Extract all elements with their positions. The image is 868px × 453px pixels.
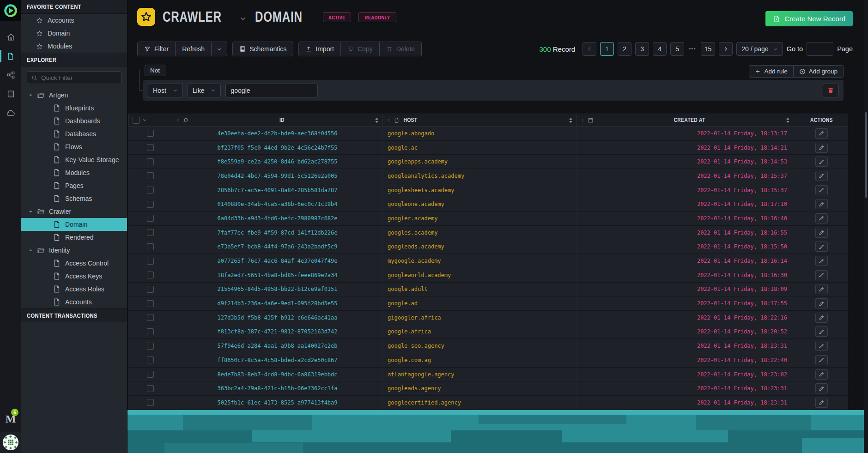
row-checkbox[interactable] (147, 187, 154, 193)
chevron-down-icon[interactable] (239, 15, 247, 22)
row-checkbox[interactable] (147, 172, 154, 179)
refresh-dropdown-button[interactable] (212, 42, 227, 56)
row-checkbox[interactable] (147, 272, 154, 278)
edit-record-button[interactable] (815, 143, 828, 153)
edit-record-button[interactable] (815, 242, 828, 252)
table-row[interactable]: 5025fb1c-61ec-4173-8525-a977413f4ba9goog… (128, 396, 848, 410)
table-row[interactable]: 6a04d33b-a943-4fd6-befc-7980987c682egoog… (128, 211, 848, 226)
tree-item-access-keys[interactable]: Access Keys (21, 270, 127, 283)
tree-folder-artgen[interactable]: Artgen (21, 89, 127, 102)
chevron-left-icon[interactable] (387, 118, 391, 122)
row-checkbox[interactable] (147, 371, 154, 378)
tree-item-flows[interactable]: Flows (21, 140, 127, 153)
row-checkbox[interactable] (147, 243, 154, 250)
last-page-button[interactable]: 15 (701, 42, 716, 56)
row-checkbox[interactable] (147, 144, 154, 151)
tree-item-schemas[interactable]: Schemas (21, 192, 127, 205)
window-scrollbar[interactable] (864, 0, 868, 453)
edit-record-button[interactable] (815, 383, 828, 393)
delete-rule-button[interactable] (823, 84, 839, 97)
page-button-3[interactable]: 3 (635, 42, 649, 56)
row-checkbox[interactable] (147, 158, 154, 165)
rail-item-network[interactable] (0, 66, 21, 85)
add-rule-button[interactable]: Add rule (749, 65, 793, 78)
table-row[interactable]: 0140880e-34ab-4ca5-a38b-6ec0c71c19b4goog… (128, 197, 848, 211)
tree-folder-identity[interactable]: Identity (21, 244, 127, 257)
table-row[interactable]: 78e04d42-4bc7-4594-99d1-5c5126e2a005goog… (128, 169, 848, 183)
rule-field-select[interactable]: Host (148, 84, 183, 97)
edit-record-button[interactable] (815, 398, 828, 408)
rule-operator-select[interactable]: Like (188, 84, 221, 97)
quick-filter[interactable] (27, 71, 121, 84)
tree-item-modules[interactable]: Modules (21, 166, 127, 179)
tree-item-rendered[interactable]: Rendered (21, 231, 127, 244)
favorite-item-domain[interactable]: Domain (21, 27, 127, 40)
edit-record-button[interactable] (815, 341, 828, 351)
favorite-toggle-button[interactable] (137, 8, 155, 26)
copy-button[interactable]: Copy (341, 42, 380, 56)
tree-item-domain[interactable]: Domain (21, 218, 127, 231)
edit-record-button[interactable] (815, 228, 828, 238)
filter-button[interactable]: Filter (137, 42, 176, 56)
scrollbar-thumb[interactable] (865, 112, 867, 198)
host-column-header[interactable]: HOST (383, 114, 577, 126)
row-checkbox[interactable] (147, 356, 154, 363)
edit-record-button[interactable] (815, 355, 828, 365)
row-checkbox[interactable] (147, 201, 154, 208)
row-checkbox[interactable] (147, 229, 154, 236)
account-identicon[interactable] (0, 432, 21, 453)
sort-icon[interactable] (375, 117, 379, 123)
tree-item-blueprints[interactable]: Blueprints (21, 102, 127, 115)
table-row[interactable]: a077265f-76c7-4ac6-84af-4e37e047f49emygo… (128, 254, 848, 268)
table-row[interactable]: 363bc2a4-79a8-421c-b15b-06e7362cc1fagoog… (128, 381, 848, 396)
row-checkbox[interactable] (147, 328, 154, 335)
rail-item-cloud[interactable] (0, 103, 21, 122)
table-row[interactable]: bf237f05-f5c0-44ed-9b2e-4c56c24b7f55goog… (128, 141, 848, 155)
tree-item-pages[interactable]: Pages (21, 179, 127, 192)
edit-record-button[interactable] (815, 369, 828, 380)
edit-record-button[interactable] (815, 256, 828, 266)
table-row[interactable]: f813cf8a-387c-4721-9812-87052163d742goog… (128, 325, 848, 339)
edit-record-button[interactable] (815, 171, 828, 181)
delete-button[interactable]: Delete (380, 42, 422, 56)
tree-item-key-value-storage[interactable]: Key-Value Storage (21, 153, 127, 166)
table-row[interactable]: 4e30eefa-dee2-4f2b-bde9-aec368f04556goog… (128, 127, 848, 141)
table-row[interactable]: e73a5ef7-bcb8-44f4-97a6-243a2badf5c9goog… (128, 240, 848, 254)
quick-filter-input[interactable] (41, 74, 123, 81)
prev-page-button[interactable] (583, 42, 596, 56)
schemantics-button[interactable]: Schemantics (232, 42, 293, 56)
row-checkbox[interactable] (147, 343, 154, 350)
user-avatar-m[interactable]: M 5 (0, 406, 21, 432)
rail-item-server[interactable] (0, 85, 21, 103)
table-row[interactable]: 7faf77ec-fbe9-4f59-87cd-141f12db226egoog… (128, 226, 848, 240)
favorite-item-modules[interactable]: Modules (21, 40, 127, 53)
breadcrumb-parent[interactable]: CRAWLER (163, 9, 222, 25)
table-row[interactable]: 57f94e6d-a284-4aa1-a9b8-aa140027e2ebgoog… (128, 339, 848, 353)
tree-item-databases[interactable]: Databases (21, 127, 127, 140)
row-checkbox[interactable] (147, 399, 154, 406)
sort-icon[interactable] (786, 117, 790, 123)
table-row[interactable]: 18fa2ed7-5651-4ba8-bd85-feee869e2a34goog… (128, 268, 848, 283)
tree-item-dashboards[interactable]: Dashboards (21, 115, 127, 127)
page-button-1[interactable]: 1 (600, 42, 614, 56)
refresh-button[interactable]: Refresh (176, 42, 212, 56)
tree-item-access-roles[interactable]: Access Roles (21, 283, 127, 296)
table-row[interactable]: 21554965-84d5-4958-bb22-b12ce9af0151goog… (128, 283, 848, 297)
page-button-4[interactable]: 4 (653, 42, 667, 56)
tree-item-accounts[interactable]: Accounts (21, 296, 127, 308)
edit-record-button[interactable] (815, 199, 828, 209)
row-checkbox[interactable] (147, 130, 154, 137)
next-page-button[interactable] (719, 42, 733, 56)
row-checkbox[interactable] (147, 286, 154, 293)
edit-record-button[interactable] (815, 157, 828, 167)
import-button[interactable]: Import (298, 42, 341, 56)
not-toggle-button[interactable]: Not (145, 65, 165, 76)
page-size-select[interactable]: 20 / page (736, 42, 783, 56)
favorite-item-accounts[interactable]: Accounts (21, 14, 127, 27)
create-new-record-button[interactable]: Create New Record (765, 11, 853, 26)
add-group-button[interactable]: Add group (794, 65, 844, 78)
id-column-header[interactable]: ID (172, 114, 383, 126)
edit-record-button[interactable] (815, 298, 828, 308)
chevron-down-icon[interactable] (142, 118, 147, 122)
tree-item-access-control[interactable]: Access Control (21, 257, 127, 270)
